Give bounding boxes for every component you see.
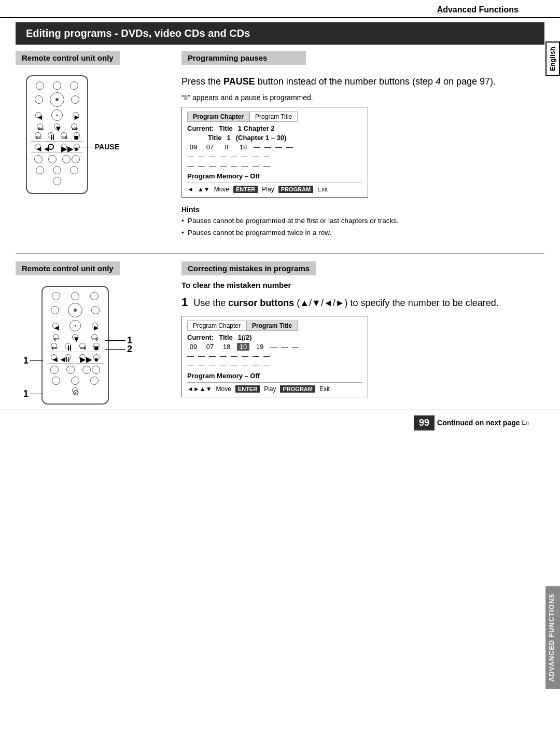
step-intro: 1 Use the cursor buttons (▲/▼/◄/►) to sp…	[181, 294, 544, 311]
pause-content: Press the PAUSE button instead of the nu…	[181, 70, 544, 245]
title-num: 1	[227, 134, 231, 142]
r2-btn-2-1	[51, 306, 59, 314]
chapter-range: (Chapter 1 – 30)	[236, 134, 287, 142]
r2-row-5-wrapper: ⇐ ⏸ ⇒ ■ 2	[47, 343, 104, 349]
annotation-4: 1	[23, 388, 43, 399]
cell-3-6: —	[242, 162, 248, 170]
p2-ctrl-play: Play	[264, 385, 276, 393]
cell-1-1: 09	[187, 143, 200, 151]
r2-row-1	[47, 292, 104, 300]
hint-item-2: Pauses cannot be programmed twice in a r…	[181, 228, 544, 238]
page-number: 99	[414, 415, 435, 430]
p2-r3-c5: —	[231, 361, 237, 369]
p2-r3-c4: —	[220, 361, 227, 369]
pause-bold: PAUSE	[223, 76, 255, 87]
top-header: Advanced Functions	[0, 0, 560, 18]
r2-btn-8-3	[90, 377, 99, 385]
ann-line-2	[105, 349, 125, 350]
r2-btn-6-2: II	[65, 354, 71, 360]
p2-r2-c2: —	[198, 352, 205, 360]
en-suffix: En	[522, 420, 529, 426]
cell-3-5: —	[231, 162, 237, 170]
remote-row-8	[31, 166, 83, 174]
r2-btn-7-3a	[82, 366, 91, 374]
pause-text: PAUSE	[95, 143, 119, 151]
r2-row-4: ⇐ ▼ ⇒	[47, 334, 104, 340]
prog2-val: 1(/2)	[238, 333, 252, 341]
remote-row-5: ⇐ ⏸ ⇒ ■	[31, 132, 83, 138]
cell-1-8: —	[286, 143, 293, 151]
p2-cell-8: —	[292, 343, 299, 351]
remote-control-top: ◄ ● ► ⇐ ▼ ⇒ ⇐ ⏸ ⇒ ■	[26, 75, 88, 194]
p2-r2-c6: —	[242, 352, 248, 360]
left-header-top: Remote control unit only	[16, 51, 120, 65]
pause-line	[61, 147, 92, 147]
p2-cell-4-highlighted: 10	[237, 343, 249, 351]
ann-label-2: 2	[127, 344, 132, 355]
rbtn-1-2	[53, 81, 61, 90]
prog-tabs-1: Program Chapter Program Title	[187, 112, 362, 122]
continued-text: Continued on next page	[437, 419, 520, 427]
remote-row-2	[31, 92, 83, 107]
cell-3-8: —	[263, 162, 270, 170]
p2-r2-c7: —	[253, 352, 259, 360]
cell-2-5: —	[231, 152, 237, 160]
program-display-2: Program Chapter Program Title Current: T…	[181, 316, 368, 397]
section-divider	[16, 253, 544, 254]
cell-2-4: —	[220, 152, 227, 160]
rbtn-5-2: ⏸	[48, 132, 54, 138]
rbtn-8-3	[70, 166, 78, 174]
r2-row-6-wrapper: ◄◄ II ▶▶ ● 1	[47, 354, 104, 360]
appears-text: “II” appears and a pause is programmed.	[181, 93, 544, 102]
rbtn-4-2: ▼	[54, 123, 60, 130]
prog2-title: Title	[219, 333, 233, 341]
cell-2-7: —	[253, 152, 259, 160]
cell-3-3: —	[209, 162, 216, 170]
rbtn-8-1	[36, 166, 44, 174]
cell-1-5: —	[254, 143, 260, 151]
r2-btn-5-3: ⇒	[79, 343, 86, 349]
cell-2-1: —	[187, 152, 194, 160]
r2-btn-7-merged	[82, 366, 100, 374]
prog-tab-chapter-2: Program Chapter	[187, 321, 246, 331]
ann-line-1	[105, 340, 125, 341]
r2-btn-7-3b	[92, 366, 100, 374]
cell-1-6: —	[264, 143, 271, 151]
rbtn-1-3	[70, 81, 78, 90]
section-bottom: Remote control unit only ◄	[0, 261, 560, 405]
bottom-left: Remote control unit only ◄	[16, 261, 171, 405]
ctrl-label-move: Move	[214, 186, 229, 193]
r2-btn-3-3: ►	[92, 323, 98, 329]
page-title: Editing programs - DVDs, video CDs and C…	[16, 22, 544, 45]
prog2-memory: Program Memory – Off	[187, 372, 362, 380]
rbtn-pause: II	[48, 144, 54, 150]
right-col-top: Programming pauses Press the PAUSE butto…	[171, 51, 544, 245]
ctrl-label-play: Play	[262, 186, 274, 193]
cell-2-8: —	[263, 152, 270, 160]
r2-btn-6-1: ◄◄	[51, 354, 57, 360]
step-number: 1	[181, 296, 188, 309]
rbtn-7-merged	[62, 155, 80, 163]
cell-1-4: 18	[237, 143, 249, 151]
p2-r2-c4: —	[220, 352, 227, 360]
p2-ctrl-enter: ENTER	[235, 385, 260, 393]
rbtn-8-2	[53, 166, 61, 174]
rbtn-5-1: ⇐	[35, 132, 41, 138]
remote-row-9	[31, 177, 83, 185]
cell-2-2: —	[198, 152, 205, 160]
hints-section: Hints Pauses cannot be programmed at the…	[181, 205, 544, 238]
r2-btn-5-4: ■	[93, 343, 100, 349]
side-tab-english: English	[545, 41, 560, 76]
r2-btn-4-3: ⇒	[91, 334, 97, 340]
program-display-1: Program Chapter Program Title Current: T…	[181, 107, 368, 198]
cell-3-2: —	[198, 162, 205, 170]
p2-cell-3: 18	[220, 343, 233, 351]
rbtn-3-1: ◄	[35, 112, 41, 118]
rbtn-4-1: ⇐	[37, 123, 43, 130]
r2-row-6: ◄◄ II ▶▶ ●	[47, 354, 104, 360]
remote-row-3: ◄ ● ►	[31, 109, 83, 121]
p2-cell-1: 09	[187, 343, 200, 351]
rbtn-2-3	[71, 95, 79, 104]
prog2-info-row: Current: Title 1(/2)	[187, 333, 362, 341]
cell-2-6: —	[242, 152, 248, 160]
